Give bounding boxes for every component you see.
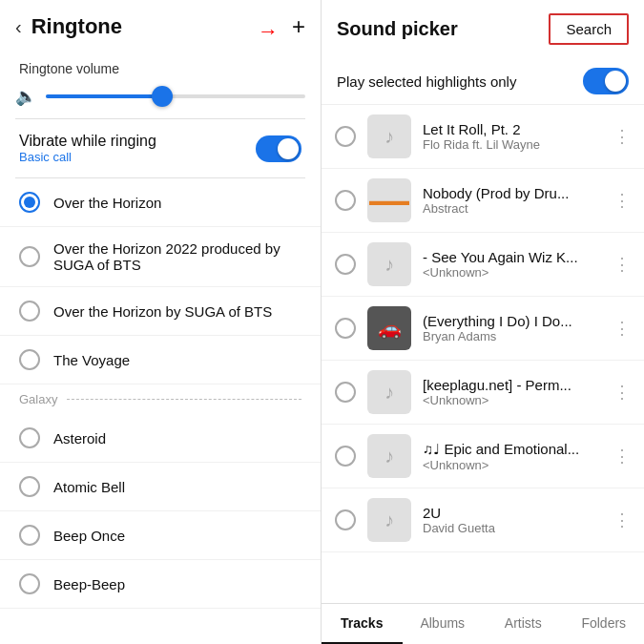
radio-voyage[interactable] — [19, 349, 40, 370]
track-radio-epic-emotional[interactable] — [335, 446, 356, 467]
ringtone-label: Beep Once — [53, 528, 125, 544]
track-artist: Abstract — [423, 201, 602, 216]
track-menu-button[interactable]: ⋮ — [613, 254, 631, 275]
track-item-epic-emotional[interactable]: ♪ ♫♩ Epic and Emotional... <Unknown> ⋮ — [322, 425, 644, 488]
ringtone-label: Atomic Bell — [53, 479, 125, 495]
track-menu-button[interactable]: ⋮ — [613, 382, 631, 403]
radio-beep-once[interactable] — [19, 525, 40, 546]
ringtone-item-asteroid[interactable]: Asteroid — [0, 414, 321, 463]
galaxy-divider: Galaxy — [0, 384, 321, 414]
track-radio-nobody[interactable] — [335, 190, 356, 211]
radio-asteroid[interactable] — [19, 427, 40, 448]
track-menu-button[interactable]: ⋮ — [613, 190, 631, 211]
galaxy-label: Galaxy — [19, 392, 57, 406]
track-radio-let-it-roll[interactable] — [335, 126, 356, 147]
track-item-2u[interactable]: ♪ 2U David Guetta ⋮ — [322, 488, 644, 552]
volume-slider[interactable] — [46, 94, 305, 98]
track-menu-button[interactable]: ⋮ — [613, 446, 631, 467]
track-list: ♪ Let It Roll, Pt. 2 Flo Rida ft. Lil Wa… — [322, 105, 644, 603]
track-title: (Everything I Do) I Do... — [423, 313, 602, 329]
track-info-2u: 2U David Guetta — [423, 505, 602, 535]
track-artist: <Unknown> — [423, 393, 602, 407]
track-title: [keeplagu.net] - Perm... — [423, 377, 602, 393]
search-button[interactable]: Search — [549, 13, 629, 45]
back-button[interactable]: ‹ — [15, 16, 22, 38]
car-image-icon: 🚗 — [378, 317, 402, 340]
tab-tracks[interactable]: Tracks — [322, 604, 403, 644]
track-artist: <Unknown> — [423, 458, 602, 472]
track-info-keeplagu: [keeplagu.net] - Perm... <Unknown> — [423, 377, 602, 407]
radio-atomic-bell[interactable] — [19, 476, 40, 497]
right-panel: Sound picker Search Play selected highli… — [322, 0, 644, 644]
music-note-icon: ♪ — [384, 382, 394, 404]
track-radio-everything-i-do[interactable] — [335, 318, 356, 339]
tab-artists[interactable]: Artists — [483, 604, 564, 644]
track-title: Nobody (Prod by Dru... — [423, 185, 602, 201]
left-header: ‹ Ringtone → + — [0, 0, 321, 53]
slider-fill — [46, 94, 162, 98]
radio-over-horizon-2022[interactable] — [19, 246, 40, 267]
radio-over-horizon-suga[interactable] — [19, 301, 40, 322]
add-ringtone-button[interactable]: + — [292, 13, 305, 40]
track-thumb-everything-i-do: 🚗 — [367, 306, 411, 350]
track-menu-button[interactable]: ⋮ — [613, 509, 631, 530]
track-title: Let It Roll, Pt. 2 — [423, 121, 602, 137]
track-thumb-let-it-roll: ♪ — [367, 114, 411, 158]
track-item-nobody[interactable]: ▬▬▬ Nobody (Prod by Dru... Abstract ⋮ — [322, 169, 644, 233]
track-item-keeplagu[interactable]: ♪ [keeplagu.net] - Perm... <Unknown> ⋮ — [322, 361, 644, 425]
track-thumb-keeplagu: ♪ — [367, 370, 411, 414]
track-radio-see-you-again[interactable] — [335, 254, 356, 275]
track-item-let-it-roll[interactable]: ♪ Let It Roll, Pt. 2 Flo Rida ft. Lil Wa… — [322, 105, 644, 169]
ringtone-item-over-horizon-suga[interactable]: Over the Horizon by SUGA of BTS — [0, 287, 321, 336]
track-thumb-see-you-again: ♪ — [367, 242, 411, 286]
ringtone-item-over-horizon-2022[interactable]: Over the Horizon 2022 produced by SUGA o… — [0, 227, 321, 287]
track-title: - See You Again Wiz K... — [423, 249, 602, 265]
track-artist: Bryan Adams — [423, 329, 602, 343]
track-radio-2u[interactable] — [335, 509, 356, 530]
slider-thumb[interactable] — [152, 86, 173, 107]
track-thumb-nobody: ▬▬▬ — [367, 178, 411, 222]
vibrate-label: Vibrate while ringing — [19, 133, 156, 150]
ringtone-item-atomic-bell[interactable]: Atomic Bell — [0, 463, 321, 511]
track-info-everything-i-do: (Everything I Do) I Do... Bryan Adams — [423, 313, 602, 343]
radio-over-horizon[interactable] — [19, 192, 40, 213]
right-header: Sound picker Search — [322, 0, 644, 58]
track-info-see-you-again: - See You Again Wiz K... <Unknown> — [423, 249, 602, 280]
track-item-see-you-again[interactable]: ♪ - See You Again Wiz K... <Unknown> ⋮ — [322, 233, 644, 297]
galaxy-line — [67, 399, 301, 400]
play-highlights-row: Play selected highlights only — [322, 58, 644, 105]
left-panel: ‹ Ringtone → + Ringtone volume 🔈 Vibrate… — [0, 0, 322, 644]
track-title: 2U — [423, 505, 602, 521]
radio-inner — [24, 197, 35, 208]
track-thumb-2u: ♪ — [367, 498, 411, 542]
track-info-epic-emotional: ♫♩ Epic and Emotional... <Unknown> — [423, 441, 602, 472]
vibrate-text: Vibrate while ringing Basic call — [19, 133, 156, 164]
radio-beep-beep[interactable] — [19, 573, 40, 594]
ringtone-item-voyage[interactable]: The Voyage — [0, 336, 321, 384]
track-menu-button[interactable]: ⋮ — [613, 126, 631, 147]
ringtone-item-beep-once[interactable]: Beep Once — [0, 511, 321, 560]
tab-albums[interactable]: Albums — [403, 604, 484, 644]
ringtone-item-over-horizon[interactable]: Over the Horizon — [0, 178, 321, 227]
ringtone-item-beep-beep[interactable]: Beep-Beep — [0, 560, 321, 609]
track-item-everything-i-do[interactable]: 🚗 (Everything I Do) I Do... Bryan Adams … — [322, 297, 644, 361]
track-menu-button[interactable]: ⋮ — [613, 318, 631, 339]
music-note-icon: ♪ — [384, 126, 394, 148]
music-note-icon: ♪ — [384, 446, 394, 467]
track-artist: Flo Rida ft. Lil Wayne — [423, 137, 602, 152]
play-highlights-label: Play selected highlights only — [337, 73, 516, 90]
volume-row: 🔈 — [0, 80, 321, 118]
track-radio-keeplagu[interactable] — [335, 382, 356, 403]
tab-folders[interactable]: Folders — [564, 604, 645, 644]
bars-icon: ▬▬▬ — [369, 193, 409, 208]
track-thumb-epic-emotional: ♪ — [367, 434, 411, 478]
page-title: Ringtone — [31, 14, 292, 39]
bottom-tabs: Tracks Albums Artists Folders — [322, 603, 644, 644]
ringtone-list: Over the Horizon Over the Horizon 2022 p… — [0, 178, 321, 644]
track-artist: <Unknown> — [423, 265, 602, 280]
arrow-decoration: → — [258, 19, 279, 44]
play-highlights-toggle[interactable] — [583, 68, 629, 94]
ringtone-label: Asteroid — [53, 430, 106, 447]
music-note-icon: ♪ — [384, 254, 394, 276]
vibrate-toggle[interactable] — [256, 135, 301, 162]
